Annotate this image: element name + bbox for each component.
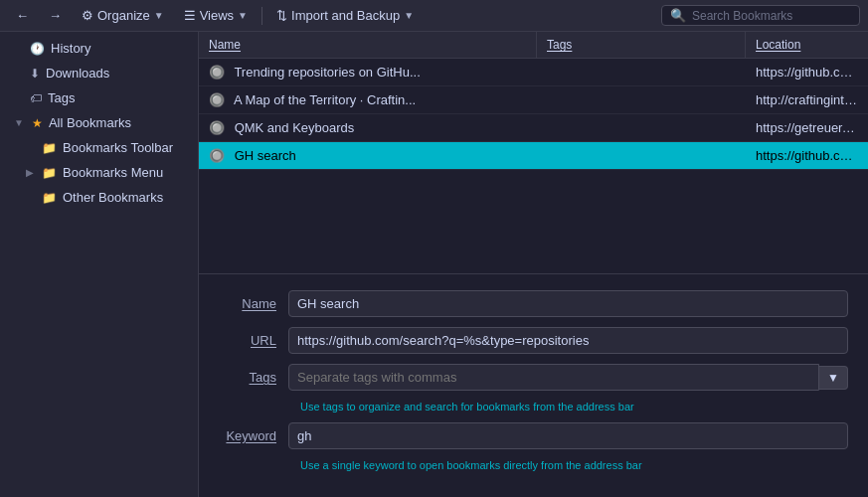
chevron-down-icon: ▼ (238, 10, 248, 21)
views-icon: ☰ (184, 8, 196, 23)
tags-input-wrap (288, 364, 819, 391)
folder-icon: 📁 (42, 166, 57, 180)
folder-icon: 📁 (42, 191, 57, 205)
forward-button[interactable]: → (41, 5, 70, 26)
chevron-down-icon: ▼ (14, 117, 24, 128)
url-input[interactable] (288, 327, 848, 354)
sidebar: 🕐 History ⬇ Downloads 🏷 Tags ▼ ★ All Boo… (0, 32, 199, 497)
keyword-input[interactable] (288, 422, 848, 449)
chevron-right-icon: ▶ (26, 167, 34, 178)
detail-panel: Name URL Tags ▼ Use tags to organize and… (199, 273, 868, 497)
history-icon: 🕐 (30, 42, 45, 56)
download-icon: ⬇ (30, 67, 40, 81)
sidebar-item-history[interactable]: 🕐 History (2, 36, 196, 61)
sidebar-item-bookmarks-toolbar[interactable]: 📁 Bookmarks Toolbar (2, 135, 196, 160)
gear-icon: ⚙ (82, 8, 93, 23)
table-header: Name Tags Location (199, 32, 868, 59)
chevron-down-icon: ▼ (154, 10, 164, 21)
cell-name: 🔘 Trending repositories on GitHu... (199, 63, 537, 82)
column-name: Name (199, 32, 537, 58)
separator (261, 7, 262, 25)
views-button[interactable]: ☰ Views ▼ (176, 5, 256, 26)
sidebar-item-tags[interactable]: 🏷 Tags (2, 85, 196, 110)
toolbar: ← → ⚙ Organize ▼ ☰ Views ▼ ⇅ Import and … (0, 0, 868, 32)
import-backup-button[interactable]: ⇅ Import and Backup ▼ (268, 5, 422, 26)
cell-tags (537, 71, 746, 75)
url-field-row: URL (219, 327, 848, 354)
search-box: 🔍 (661, 5, 860, 26)
name-label: Name (219, 296, 288, 311)
forward-icon: → (49, 8, 62, 23)
cell-location: https://getreuer.info/posts/keyboards/in… (746, 118, 868, 137)
cell-location: https://github.com/trending (746, 63, 868, 82)
star-icon: ★ (32, 116, 43, 130)
tags-input[interactable] (289, 365, 818, 390)
sidebar-item-all-bookmarks[interactable]: ▼ ★ All Bookmarks (2, 110, 196, 135)
main-content: 🕐 History ⬇ Downloads 🏷 Tags ▼ ★ All Boo… (0, 32, 868, 497)
cell-tags (537, 98, 746, 102)
table-row[interactable]: 🔘 Trending repositories on GitHu... http… (199, 59, 868, 86)
table-row[interactable]: 🔘 A Map of the Territory · Craftin... ht… (199, 86, 868, 114)
back-button[interactable]: ← (8, 5, 37, 26)
search-input[interactable] (692, 9, 851, 23)
tags-label: Tags (219, 370, 288, 385)
keyword-hint: Use a single keyword to open bookmarks d… (300, 459, 848, 471)
tag-icon: 🏷 (30, 91, 42, 105)
content-area: Name Tags Location 🔘 Trending repositori… (199, 32, 868, 497)
tags-row: ▼ (288, 364, 848, 391)
bookmark-icon: 🔘 (209, 92, 225, 107)
tags-dropdown-button[interactable]: ▼ (819, 366, 848, 390)
organize-button[interactable]: ⚙ Organize ▼ (74, 5, 172, 26)
table-row[interactable]: 🔘 QMK and Keyboards https://getreuer.inf… (199, 114, 868, 142)
import-icon: ⇅ (276, 8, 287, 23)
cell-name: 🔘 GH search (199, 146, 537, 165)
cell-name: 🔘 QMK and Keyboards (199, 118, 537, 137)
cell-tags (537, 126, 746, 130)
keyword-field-row: Keyword (219, 422, 848, 449)
folder-icon: 📁 (42, 141, 57, 155)
back-icon: ← (16, 8, 29, 23)
table-row-selected[interactable]: 🔘 GH search https://github.com/search?q=… (199, 142, 868, 170)
cell-location: https://github.com/search?q=%s&type=repo… (746, 146, 868, 165)
tags-field-row: Tags ▼ (219, 364, 848, 391)
table-body: 🔘 Trending repositories on GitHu... http… (199, 59, 868, 273)
bookmark-icon: 🔘 (209, 120, 225, 135)
name-input[interactable] (288, 290, 848, 317)
keyword-label: Keyword (219, 428, 288, 443)
chevron-down-icon: ▼ (404, 10, 414, 21)
sidebar-item-bookmarks-menu[interactable]: ▶ 📁 Bookmarks Menu (2, 160, 196, 185)
cell-name: 🔘 A Map of the Territory · Craftin... (199, 90, 537, 109)
search-icon: 🔍 (670, 8, 686, 23)
cell-location: http://craftinginterpreters.com/a-map-of… (746, 90, 868, 109)
url-label: URL (219, 333, 288, 348)
bookmark-icon: 🔘 (209, 65, 225, 80)
column-tags: Tags (537, 32, 746, 58)
cell-tags (537, 154, 746, 158)
sidebar-item-downloads[interactable]: ⬇ Downloads (2, 61, 196, 85)
bookmark-icon: 🔘 (209, 148, 225, 163)
sidebar-item-other-bookmarks[interactable]: 📁 Other Bookmarks (2, 185, 196, 210)
name-field-row: Name (219, 290, 848, 317)
tags-hint: Use tags to organize and search for book… (300, 401, 848, 413)
column-location: Location (746, 32, 868, 58)
